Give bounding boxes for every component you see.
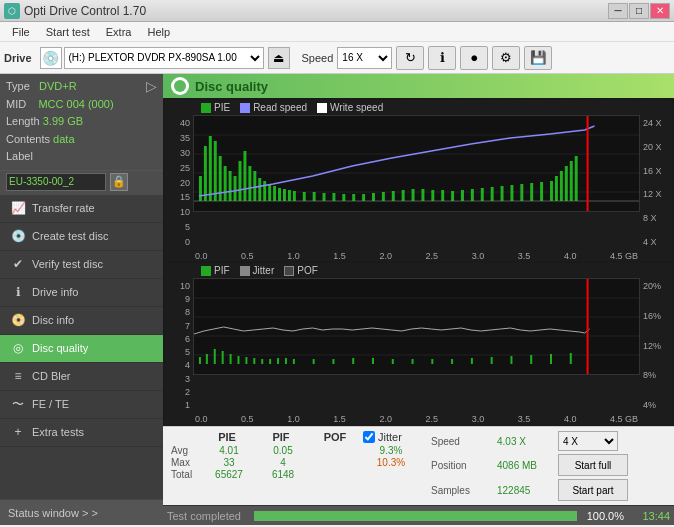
window-controls[interactable]: ─ □ ✕ [608, 3, 670, 19]
charts-area: PIE Read speed Write speed [163, 98, 674, 426]
svg-rect-40 [451, 191, 454, 201]
svg-rect-30 [352, 194, 355, 201]
legend-pif-color [201, 266, 211, 276]
x1-15: 1.5 [333, 251, 346, 261]
y1-30: 30 [180, 148, 190, 158]
chart2-x-axis: 0.0 0.5 1.0 1.5 2.0 2.5 3.0 3.5 4.0 4.5 … [193, 414, 640, 424]
svg-rect-69 [261, 359, 263, 364]
svg-rect-24 [293, 191, 296, 201]
jitter-label: Jitter [378, 431, 402, 443]
menu-start-test[interactable]: Start test [38, 24, 98, 40]
svg-rect-34 [392, 191, 395, 201]
legend-pof-label: POF [297, 265, 318, 276]
svg-rect-23 [288, 190, 291, 201]
x2-15: 1.5 [333, 414, 346, 424]
type-value: DVD+R [39, 80, 77, 92]
svg-rect-27 [323, 193, 326, 201]
sidebar-item-extra-tests[interactable]: + Extra tests [0, 419, 163, 447]
drive-select-container: 💿 (H:) PLEXTOR DVDR PX-890SA 1.00 [40, 47, 264, 69]
svg-rect-81 [451, 359, 453, 364]
svg-rect-78 [392, 359, 394, 364]
disc-label-input[interactable] [6, 173, 106, 191]
refresh-button[interactable]: ↻ [396, 46, 424, 70]
svg-rect-63 [214, 349, 216, 364]
eject-button[interactable]: ⏏ [268, 47, 290, 69]
verify-test-disc-label: Verify test disc [32, 258, 103, 270]
start-full-button[interactable]: Start full [558, 454, 628, 476]
disc-expand-button[interactable]: ▷ [146, 78, 157, 94]
svg-rect-86 [550, 354, 552, 364]
svg-rect-14 [243, 151, 246, 201]
speed-label: Speed [302, 52, 334, 64]
menu-help[interactable]: Help [139, 24, 178, 40]
speed-dropdown[interactable]: 4 X 1 X 2 X 8 X [558, 431, 618, 451]
svg-rect-22 [283, 189, 286, 201]
save-button[interactable]: 💾 [524, 46, 552, 70]
info-button[interactable]: ℹ [428, 46, 456, 70]
svg-rect-28 [332, 193, 335, 201]
maximize-button[interactable]: □ [629, 3, 649, 19]
svg-rect-49 [540, 182, 543, 201]
label-lock-button[interactable]: 🔒 [110, 173, 128, 191]
drive-icon: 💿 [40, 47, 62, 69]
disc-read-button[interactable]: ● [460, 46, 488, 70]
sidebar-item-transfer-rate[interactable]: 📈 Transfer rate [0, 195, 163, 223]
svg-rect-79 [412, 359, 414, 364]
sidebar-item-verify-test-disc[interactable]: ✔ Verify test disc [0, 251, 163, 279]
yr1-4x: 4 X [643, 237, 657, 247]
sidebar-item-cd-bler[interactable]: ≡ CD Bler [0, 363, 163, 391]
total-pie: 65627 [203, 469, 255, 480]
menu-file[interactable]: File [4, 24, 38, 40]
sidebar-item-drive-info[interactable]: ℹ Drive info [0, 279, 163, 307]
svg-rect-71 [277, 358, 279, 364]
svg-rect-48 [530, 183, 533, 201]
svg-rect-55 [575, 156, 578, 201]
legend-pie-color [201, 103, 211, 113]
legend-read-speed: Read speed [240, 102, 307, 113]
svg-rect-76 [352, 358, 354, 364]
svg-rect-13 [239, 161, 242, 201]
svg-rect-8 [214, 141, 217, 201]
x2-05: 0.5 [241, 414, 254, 424]
drivebar: Drive 💿 (H:) PLEXTOR DVDR PX-890SA 1.00 … [0, 42, 674, 74]
jitter-checkbox[interactable] [363, 431, 375, 443]
menu-extra[interactable]: Extra [98, 24, 140, 40]
samples-stat-label: Samples [431, 485, 491, 496]
legend-pif: PIF [201, 265, 230, 276]
yr1-8x: 8 X [643, 213, 657, 223]
disc-quality-title: Disc quality [195, 79, 268, 94]
sidebar-item-create-test-disc[interactable]: 💿 Create test disc [0, 223, 163, 251]
sidebar-item-disc-quality[interactable]: ◎ Disc quality [0, 335, 163, 363]
close-button[interactable]: ✕ [650, 3, 670, 19]
svg-rect-29 [342, 194, 345, 201]
stats-col-headers: PIE PIF POF Jitter [201, 431, 417, 443]
chart1-y-right: 4 X 8 X 12 X 16 X 20 X 24 X [640, 118, 672, 247]
svg-rect-35 [402, 190, 405, 201]
transfer-rate-icon: 📈 [10, 200, 26, 216]
minimize-button[interactable]: ─ [608, 3, 628, 19]
position-stat-value: 4086 MB [497, 460, 552, 471]
sidebar-item-disc-info[interactable]: 📀 Disc info [0, 307, 163, 335]
stats-main-row: PIE PIF POF Jitter Avg 4.01 0.05 9.3% [171, 431, 666, 501]
speed-select[interactable]: 16 X Max 2 X 4 X 8 X 12 X 20 X 24 X [337, 47, 392, 69]
speed-stat-label: Speed [431, 436, 491, 447]
svg-rect-21 [278, 188, 281, 201]
status-window-button[interactable]: Status window > > [0, 499, 163, 525]
sidebar-item-fe-te[interactable]: 〜 FE / TE [0, 391, 163, 419]
settings-button[interactable]: ⚙ [492, 46, 520, 70]
svg-rect-87 [570, 353, 572, 364]
start-part-button[interactable]: Start part [558, 479, 628, 501]
avg-pif: 0.05 [257, 445, 309, 456]
max-pie: 33 [203, 457, 255, 468]
stats-area: PIE PIF POF Jitter Avg 4.01 0.05 9.3% [163, 426, 674, 505]
x1-2: 2.0 [379, 251, 392, 261]
drive-select[interactable]: (H:) PLEXTOR DVDR PX-890SA 1.00 [64, 47, 264, 69]
svg-rect-43 [481, 188, 484, 201]
svg-rect-54 [570, 161, 573, 201]
legend-pof: POF [284, 265, 318, 276]
svg-rect-31 [362, 194, 365, 201]
avg-jitter: 9.3% [365, 445, 417, 456]
svg-rect-9 [219, 156, 222, 201]
y1-40: 40 [180, 118, 190, 128]
x1-0: 0.0 [195, 251, 208, 261]
